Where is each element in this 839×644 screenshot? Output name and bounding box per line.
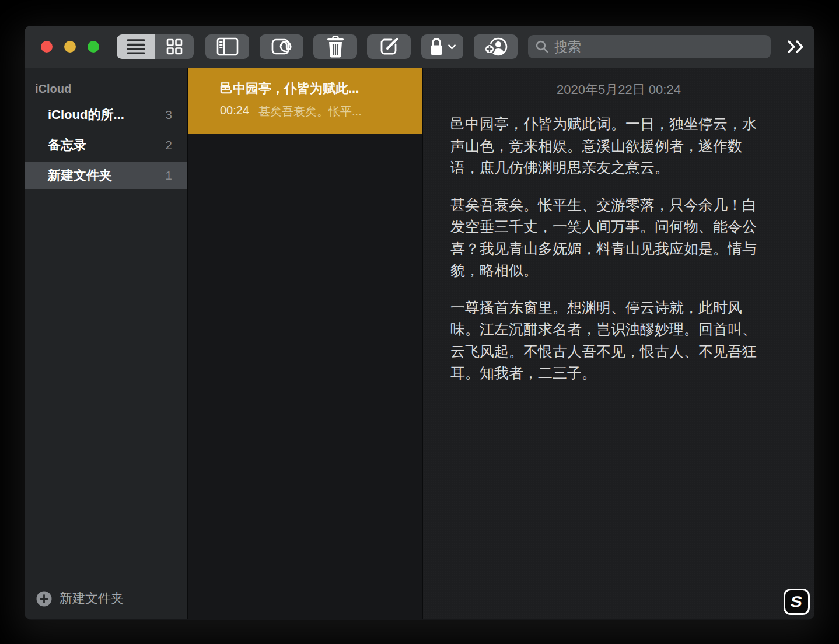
trash-icon <box>326 36 345 58</box>
lock-icon <box>429 37 444 56</box>
sidebar-item-all-icloud[interactable]: iCloud的所... 3 <box>25 102 187 128</box>
compose-icon <box>379 36 400 57</box>
list-view-button[interactable] <box>117 34 155 59</box>
chevron-down-icon <box>448 44 456 50</box>
delete-note-button[interactable] <box>313 34 357 59</box>
note-list-item-selected[interactable]: 邑中园亭，仆皆为赋此... 00:24 甚矣吾衰矣。怅平... <box>188 68 422 134</box>
minimize-button[interactable] <box>64 41 76 52</box>
note-body[interactable]: 邑中园亭，仆皆为赋此词。一日，独坐停云，水声山色，竞来相娱。意溪山欲援例者，遂作… <box>450 113 764 384</box>
note-title: 邑中园亭，仆皆为赋此... <box>220 80 410 97</box>
note-editor[interactable]: 2020年5月22日 00:24 邑中园亭，仆皆为赋此词。一日，独坐停云，水声山… <box>423 68 814 619</box>
note-paragraph: 邑中园亭，仆皆为赋此词。一日，独坐停云，水声山色，竞来相娱。意溪山欲援例者，遂作… <box>450 113 764 179</box>
double-chevron-right-icon <box>786 40 806 54</box>
note-time: 00:24 <box>220 104 249 120</box>
new-folder-label: 新建文件夹 <box>60 590 124 607</box>
note-count-badge: 2 <box>165 138 172 152</box>
gallery-view-icon <box>166 38 183 55</box>
folder-label: 新建文件夹 <box>48 167 112 184</box>
add-person-icon <box>484 37 508 57</box>
note-paragraph: 甚矣吾衰矣。怅平生、交游零落，只今余几！白发空垂三千丈，一笑人间万事。问何物、能… <box>450 194 764 282</box>
folders-sidebar: iCloud iCloud的所... 3 备忘录 2 新建文件夹 1 <box>25 68 188 619</box>
toggle-folders-sidebar-button[interactable] <box>205 34 249 59</box>
search-field[interactable] <box>528 35 771 58</box>
note-list: 邑中园亭，仆皆为赋此... 00:24 甚矣吾衰矣。怅平... <box>188 68 423 619</box>
folder-label: iCloud的所... <box>48 106 124 124</box>
note-count-badge: 3 <box>165 108 172 122</box>
window-content: iCloud iCloud的所... 3 备忘录 2 新建文件夹 1 <box>25 68 814 619</box>
sidebar-panel-icon <box>216 37 239 56</box>
lock-note-button[interactable] <box>421 34 463 59</box>
toolbar-overflow-button[interactable] <box>786 40 806 54</box>
close-button[interactable] <box>41 41 53 52</box>
folder-label: 备忘录 <box>48 136 86 154</box>
attachment-paperclip-icon <box>271 37 293 57</box>
sidebar-item-notes[interactable]: 备忘录 2 <box>25 132 187 159</box>
note-count-badge: 1 <box>165 169 172 183</box>
new-note-button[interactable] <box>367 34 411 59</box>
add-people-button[interactable] <box>474 34 518 59</box>
watermark-letter: S <box>789 593 804 610</box>
plus-circle-icon <box>36 591 52 607</box>
notes-window: iCloud iCloud的所... 3 备忘录 2 新建文件夹 1 <box>25 26 814 620</box>
list-view-icon <box>127 38 145 55</box>
icloud-section-header: iCloud <box>35 82 187 96</box>
note-paragraph: 一尊搔首东窗里。想渊明、停云诗就，此时风味。江左沉酣求名者，岂识浊醪妙理。回首叫… <box>450 297 764 384</box>
note-preview-row: 00:24 甚矣吾衰矣。怅平... <box>220 104 410 120</box>
new-folder-button[interactable]: 新建文件夹 <box>36 590 124 607</box>
note-snippet: 甚矣吾衰矣。怅平... <box>258 104 362 120</box>
sidebar-item-new-folder[interactable]: 新建文件夹 1 <box>25 162 187 189</box>
attachments-browser-button[interactable] <box>260 34 303 59</box>
zoom-button[interactable] <box>88 41 99 52</box>
search-input[interactable] <box>554 39 764 55</box>
note-date: 2020年5月22日 00:24 <box>423 81 814 99</box>
gallery-view-button[interactable] <box>155 34 194 59</box>
snipaste-watermark-logo: S <box>784 589 810 615</box>
search-icon <box>535 40 549 54</box>
traffic-lights <box>41 41 99 52</box>
view-mode-segmented-control <box>117 34 194 59</box>
toolbar <box>25 26 814 68</box>
